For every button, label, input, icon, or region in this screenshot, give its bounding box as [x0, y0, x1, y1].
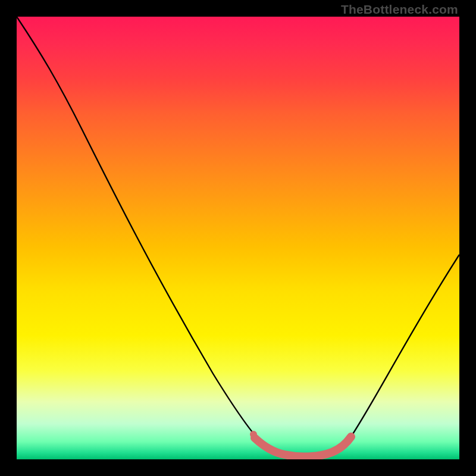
optimal-band-highlight — [255, 437, 351, 456]
chart-svg — [17, 17, 459, 459]
highlight-dot — [250, 431, 257, 438]
highlight-dot — [258, 440, 265, 447]
bottleneck-curve — [17, 17, 459, 456]
watermark-text: TheBottleneck.com — [341, 2, 458, 17]
